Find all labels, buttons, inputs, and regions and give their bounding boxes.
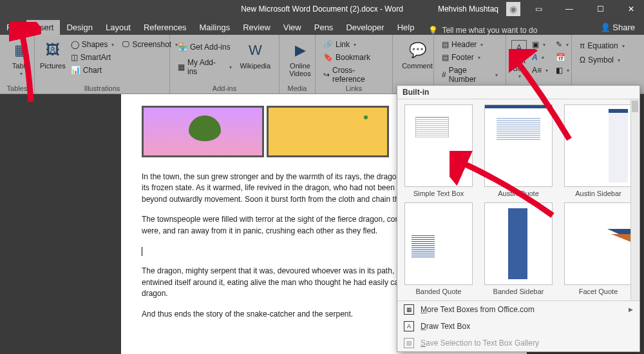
comment-button[interactable]: 💬 Comment bbox=[398, 37, 437, 70]
tab-layout[interactable]: Layout bbox=[99, 20, 137, 35]
addins-icon: ▦ bbox=[178, 63, 185, 72]
office-icon: ▦ bbox=[404, 304, 414, 315]
save-gallery-icon: ▧ bbox=[404, 338, 414, 348]
close-button[interactable]: ✕ bbox=[618, 0, 644, 18]
footer-button[interactable]: ▤Footer▾ bbox=[439, 52, 500, 63]
group-addins: 🏪Get Add-ins ▦My Add-ins▾ W Wikipedia Ad… bbox=[170, 35, 279, 93]
gallery-thumb bbox=[564, 104, 632, 187]
group-tables: ▦ Table▾ Tables bbox=[0, 35, 35, 93]
share-button[interactable]: 👤 Share bbox=[591, 20, 644, 35]
quick-parts-button[interactable]: ▣▾ bbox=[529, 39, 551, 50]
tab-design[interactable]: Design bbox=[60, 20, 99, 35]
equation-icon: π bbox=[580, 41, 585, 50]
title-bar: New Microsoft Word Document (2).docx - W… bbox=[0, 0, 644, 18]
text-cursor bbox=[142, 247, 142, 256]
submenu-arrow-icon: ▶ bbox=[629, 306, 633, 313]
footer-icon: ▤ bbox=[442, 53, 449, 62]
gallery-item-banded-quote[interactable]: Banded Quote bbox=[399, 200, 478, 298]
page-number-icon: # bbox=[442, 70, 446, 79]
inserted-image-2[interactable] bbox=[267, 106, 389, 157]
chart-button[interactable]: 📊Chart bbox=[68, 64, 117, 76]
quick-parts-icon: ▣ bbox=[532, 40, 539, 49]
gallery-scrollbar[interactable] bbox=[630, 99, 639, 300]
menu-label: ore Text Boxes from Office.com bbox=[427, 305, 535, 314]
gallery-item-banded-sidebar[interactable]: Banded Sidebar bbox=[478, 200, 558, 298]
crossref-icon: ↪ bbox=[323, 70, 330, 79]
tab-review[interactable]: Review bbox=[236, 20, 277, 35]
video-icon: ▶ bbox=[290, 40, 310, 61]
group-illustrations: 🖼 Pictures ◯Shapes▾ ◫SmartArt 📊Chart 🖵Sc… bbox=[35, 35, 170, 93]
maximize-button[interactable]: ☐ bbox=[587, 0, 613, 18]
table-button[interactable]: ▦ Table▾ bbox=[5, 37, 36, 77]
text-box-gallery-dropdown: Built-in Simple Text Box Austin Quote Au… bbox=[397, 85, 640, 352]
tab-mailings[interactable]: Mailings bbox=[193, 20, 236, 35]
user-name[interactable]: Mehvish Mushtaq bbox=[435, 5, 501, 14]
signature-line-button[interactable]: ✎▾ bbox=[553, 39, 572, 50]
share-icon: 👤 bbox=[600, 23, 611, 32]
gallery-thumb bbox=[404, 202, 473, 285]
wordart-button[interactable]: A▾ bbox=[529, 52, 551, 63]
gallery-thumb bbox=[404, 104, 473, 187]
bookmark-button[interactable]: 🔖Bookmark bbox=[321, 52, 387, 63]
gallery-grid: Simple Text Box Austin Quote Austin Side… bbox=[397, 99, 639, 300]
menu-label: raw Text Box bbox=[426, 322, 470, 331]
text-box-icon: A bbox=[511, 40, 527, 55]
gallery-item-simple-text-box[interactable]: Simple Text Box bbox=[399, 102, 478, 200]
wikipedia-icon: W bbox=[245, 40, 265, 61]
group-media: ▶ Online Videos Media bbox=[279, 35, 316, 93]
gallery-footer: ▦ More Text Boxes from Office.com ▶ A Dr… bbox=[397, 300, 639, 351]
more-text-boxes-menuitem[interactable]: ▦ More Text Boxes from Office.com ▶ bbox=[397, 301, 639, 318]
date-time-button[interactable]: 📅 bbox=[553, 52, 572, 63]
group-links: 🔗Link▾ 🔖Bookmark ↪Cross-reference Links bbox=[316, 35, 393, 93]
tab-developer[interactable]: Developer bbox=[339, 20, 390, 35]
gallery-item-austin-sidebar[interactable]: Austin Sidebar bbox=[558, 102, 638, 200]
object-button[interactable]: ◧▾ bbox=[553, 64, 572, 76]
bookmark-icon: 🔖 bbox=[323, 53, 333, 62]
gallery-item-austin-quote[interactable]: Austin Quote bbox=[478, 102, 558, 200]
store-icon: 🏪 bbox=[178, 43, 187, 52]
link-icon: 🔗 bbox=[323, 40, 333, 49]
ribbon-display-options-icon[interactable]: ▭ bbox=[526, 0, 551, 18]
cross-reference-button[interactable]: ↪Cross-reference bbox=[321, 64, 387, 85]
inserted-image-1[interactable] bbox=[142, 106, 264, 157]
draw-text-box-menuitem[interactable]: A Draw Text Box bbox=[397, 318, 639, 335]
shapes-button[interactable]: ◯Shapes▾ bbox=[68, 39, 117, 50]
drop-cap-icon: A≡ bbox=[532, 66, 542, 75]
menu-label: ave Selection to Text Box Gallery bbox=[426, 339, 539, 348]
tab-file[interactable]: File bbox=[0, 20, 26, 35]
minimize-button[interactable]: — bbox=[556, 0, 582, 18]
my-addins-button[interactable]: ▦My Add-ins▾ bbox=[175, 57, 234, 77]
symbol-icon: Ω bbox=[580, 55, 585, 64]
page-number-button[interactable]: #Page Number▾ bbox=[439, 64, 500, 85]
comment-icon: 💬 bbox=[407, 40, 428, 61]
pictures-button[interactable]: 🖼 Pictures bbox=[40, 37, 66, 80]
pictures-icon: 🖼 bbox=[43, 40, 63, 61]
window-title: New Microsoft Word Document (2).docx - W… bbox=[241, 5, 403, 14]
drop-cap-button[interactable]: A≡▾ bbox=[529, 64, 551, 76]
date-icon: 📅 bbox=[556, 53, 565, 62]
lightbulb-icon: 💡 bbox=[428, 26, 438, 35]
table-icon: ▦ bbox=[10, 40, 31, 61]
chart-icon: 📊 bbox=[71, 66, 80, 75]
header-button[interactable]: ▤Header▾ bbox=[439, 39, 500, 50]
shapes-icon: ◯ bbox=[71, 40, 79, 49]
equation-button[interactable]: πEquation▾ bbox=[577, 40, 626, 52]
user-avatar-icon[interactable]: ◉ bbox=[506, 2, 520, 16]
tab-insert[interactable]: Insert bbox=[26, 20, 61, 35]
gallery-thumb bbox=[564, 202, 632, 285]
gallery-item-facet-quote[interactable]: Facet Quote bbox=[558, 200, 638, 298]
wikipedia-button[interactable]: W Wikipedia bbox=[237, 37, 274, 80]
tell-me-search[interactable]: 💡 Tell me what you want to do bbox=[428, 26, 537, 35]
smartart-button[interactable]: ◫SmartArt bbox=[68, 52, 117, 63]
gallery-section-header: Built-in bbox=[397, 86, 639, 99]
symbol-button[interactable]: ΩSymbol▾ bbox=[577, 54, 626, 66]
tab-help[interactable]: Help bbox=[391, 20, 421, 35]
online-videos-button[interactable]: ▶ Online Videos bbox=[285, 37, 316, 77]
tab-references[interactable]: References bbox=[137, 20, 193, 35]
get-addins-button[interactable]: 🏪Get Add-ins bbox=[175, 41, 234, 53]
header-icon: ▤ bbox=[442, 40, 449, 49]
link-button[interactable]: 🔗Link▾ bbox=[321, 39, 387, 50]
tab-pens[interactable]: Pens bbox=[308, 20, 340, 35]
text-box-button[interactable]: A Text Box▾ bbox=[511, 37, 527, 80]
tab-view[interactable]: View bbox=[277, 20, 308, 35]
